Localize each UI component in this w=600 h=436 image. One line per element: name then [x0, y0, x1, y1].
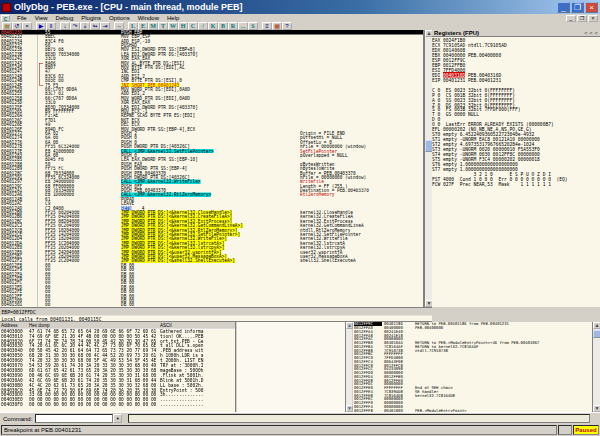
- command-bar: Command: ▼: [0, 412, 600, 424]
- jump-arrow-head: [39, 63, 43, 64]
- window-buttons: _ ❐ ×: [557, 2, 598, 13]
- dump-address: 004030F0: [1, 402, 23, 407]
- menu-items: FileViewDebugPluginsOptionsWindowHelp: [13, 15, 183, 21]
- options-icon[interactable]: ≡: [262, 22, 272, 30]
- run-icon[interactable]: ▶: [36, 22, 46, 30]
- stack-pane[interactable]: 0012FF9C00401186RETURN to PEB.00401186 f…: [353, 322, 592, 412]
- view-handles-button[interactable]: H: [178, 22, 188, 30]
- empty-dump-pane[interactable]: [237, 322, 352, 412]
- menu-item-file[interactable]: File: [13, 15, 31, 21]
- minimize-button[interactable]: _: [557, 2, 570, 13]
- goto-icon[interactable]: →: [114, 22, 124, 30]
- register-bank-arrows[interactable]: < < <: [584, 30, 598, 36]
- command-input[interactable]: [35, 414, 113, 423]
- menu-item-debug[interactable]: Debug: [52, 15, 78, 21]
- child-minimize-button[interactable]: _: [566, 15, 576, 22]
- restart-icon[interactable]: ↺: [12, 22, 22, 30]
- stack-scroll-thumb[interactable]: [593, 330, 600, 338]
- view-patches-button[interactable]: /: [198, 22, 208, 30]
- menu-item-help[interactable]: Help: [163, 15, 183, 21]
- view-windows-button[interactable]: W: [168, 22, 178, 30]
- dump-row[interactable]: 004030F000 00 00 00 00 00 00 00 00 00 00…: [0, 402, 236, 407]
- animate-into-icon[interactable]: ⇣: [80, 22, 90, 30]
- menu-item-window[interactable]: Window: [134, 15, 163, 21]
- close-program-icon[interactable]: ×: [22, 22, 32, 30]
- toolbar: ▤↺×▶‖↓↷⇣↬⇥→LEMTWHC/KBR...S≡▦?: [0, 22, 600, 30]
- command-dropdown-icon[interactable]: ▼: [113, 414, 122, 423]
- open-icon[interactable]: ▤: [2, 22, 12, 30]
- restore-button[interactable]: ❐: [571, 2, 584, 13]
- help-icon[interactable]: ?: [282, 22, 292, 30]
- step-into-icon[interactable]: ↓: [60, 22, 70, 30]
- menu-item-plugins[interactable]: Plugins: [77, 15, 105, 21]
- info-line: EBP=0012FFDC: [0, 308, 432, 316]
- ollydbg-window: OllyDbg - PEB.exe - [CPU - main thread, …: [0, 0, 600, 436]
- view-source-button[interactable]: S: [248, 22, 258, 30]
- appearance-icon[interactable]: ▦: [272, 22, 282, 30]
- view-call-stack-button[interactable]: K: [208, 22, 218, 30]
- status-bar: Breakpoint at PEB.00401231 Paused: [0, 424, 600, 436]
- view-threads-button[interactable]: T: [158, 22, 168, 30]
- animate-over-icon[interactable]: ↬: [90, 22, 100, 30]
- scroll-up-icon[interactable]: ▲: [346, 322, 353, 329]
- child-window-buttons: _ ❐ ×: [566, 15, 600, 22]
- menu-item-options[interactable]: Options: [105, 15, 134, 21]
- view-log-button[interactable]: L: [128, 22, 138, 30]
- disassembly-pane[interactable]: 0040123155PUSH EBP004012328BECMOV EBP,ES…: [0, 30, 424, 307]
- jump-arrow-line: [39, 63, 40, 85]
- registers-title-bar: Registers (FPU) < < <: [432, 30, 600, 37]
- command-label: Command:: [0, 416, 35, 422]
- disasm-scrollbar[interactable]: ▲ ▼: [424, 30, 432, 307]
- stack-scrollbar[interactable]: ▲ ▼: [592, 322, 600, 412]
- close-button[interactable]: ×: [585, 2, 598, 13]
- view-references-button[interactable]: R: [228, 22, 238, 30]
- info-pane: EBP=0012FFDCLocal calls from 00401131, 0…: [0, 307, 432, 322]
- scroll-down-icon[interactable]: ▼: [346, 405, 353, 412]
- command-bar-filler: [128, 414, 590, 423]
- menu-item-view[interactable]: View: [31, 15, 52, 21]
- cpu-window-icon[interactable]: C: [1, 15, 10, 22]
- child-restore-button[interactable]: ❐: [577, 15, 587, 22]
- view-memory-button[interactable]: M: [148, 22, 158, 30]
- registers-pane[interactable]: Registers (FPU) < < < EAX 0024F1B0ECX 7C…: [432, 30, 600, 307]
- view-breakpoints-button[interactable]: B: [218, 22, 228, 30]
- view-executables-button[interactable]: E: [138, 22, 148, 30]
- window-title: OllyDbg - PEB.exe - [CPU - main thread, …: [14, 2, 557, 12]
- dump-pane[interactable]: Address Hex dump ASCII 0040300047 61 74 …: [0, 322, 236, 412]
- execute-till-return-icon[interactable]: ⇥: [100, 22, 110, 30]
- dump-hex: 00 00 00 00 00 00 00 00 00 00 00 00 00 0…: [29, 402, 156, 407]
- view-cpu-button[interactable]: C: [188, 22, 198, 30]
- title-bar[interactable]: OllyDbg - PEB.exe - [CPU - main thread, …: [0, 0, 600, 14]
- status-gap-cell: [558, 425, 572, 435]
- jump-arrow-tail: [39, 85, 43, 86]
- status-paused-badge: Paused: [573, 425, 599, 435]
- view-run-trace-button[interactable]: ...: [238, 22, 248, 30]
- scroll-up-icon[interactable]: ▲: [593, 322, 600, 329]
- pause-icon[interactable]: ‖: [46, 22, 56, 30]
- scroll-down-icon[interactable]: ▼: [593, 405, 600, 412]
- menu-bar: C FileViewDebugPluginsOptionsWindowHelp …: [0, 14, 600, 22]
- registers-title: Registers (FPU): [434, 30, 479, 36]
- register-row[interactable]: FCW 027F Prec NEAR,53 Mask 1 1 1 1 1 1: [432, 181, 600, 186]
- status-message: Breakpoint at PEB.00401231: [1, 425, 557, 435]
- ollydbg-icon: [2, 3, 11, 12]
- empty-pane-scrollbar[interactable]: ▲ ▼: [345, 322, 352, 412]
- child-close-button[interactable]: ×: [588, 15, 598, 22]
- step-over-icon[interactable]: ↷: [70, 22, 80, 30]
- dump-ascii: ................: [160, 402, 203, 407]
